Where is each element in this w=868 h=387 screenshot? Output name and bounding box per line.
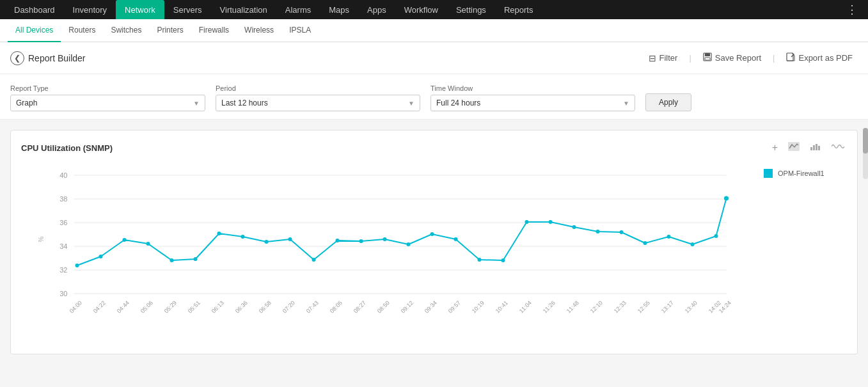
subnav-switches[interactable]: Switches	[103, 19, 149, 42]
nav-dashboard[interactable]: Dashboard	[5, 0, 64, 19]
svg-text:11:48: 11:48	[565, 299, 580, 314]
save-report-label: Save Report	[715, 53, 761, 63]
data-point	[407, 242, 411, 246]
nav-inventory[interactable]: Inventory	[64, 0, 116, 19]
data-point-last	[724, 196, 729, 201]
subnav-firewalls[interactable]: Firewalls	[191, 19, 237, 42]
data-point	[454, 237, 458, 241]
data-point	[430, 232, 434, 236]
subnav-ipsla[interactable]: IPSLA	[281, 19, 319, 42]
filter-icon: ⊟	[649, 53, 656, 63]
legend-label: OPM-Firewall1	[778, 170, 825, 177]
svg-text:12:33: 12:33	[613, 299, 627, 314]
data-point	[75, 264, 79, 267]
svg-text:08:27: 08:27	[352, 299, 367, 314]
svg-text:08:50: 08:50	[376, 299, 391, 314]
svg-rect-6	[810, 147, 812, 150]
page-title: Report Builder	[28, 53, 86, 63]
data-point	[312, 258, 316, 262]
nav-alarms[interactable]: Alarms	[276, 0, 320, 19]
report-type-select[interactable]: Graph ▼	[10, 95, 205, 111]
export-icon	[786, 52, 795, 63]
back-button[interactable]: ❮ Report Builder	[10, 51, 86, 65]
data-point	[265, 240, 269, 244]
separator-1: |	[689, 53, 691, 63]
svg-text:06:13: 06:13	[210, 299, 225, 314]
export-pdf-button[interactable]: Export as PDF	[781, 50, 858, 66]
report-type-arrow: ▼	[193, 100, 200, 107]
time-window-group: Time Window Full 24 hours ▼	[430, 84, 635, 111]
chart-header: CPU Utilization (SNMP) +	[21, 141, 847, 155]
svg-text:12:10: 12:10	[589, 299, 604, 314]
data-point	[478, 258, 482, 262]
chart-svg-wrapper: 40 38 36 34 32 30 %	[21, 162, 754, 344]
svg-rect-9	[818, 146, 820, 150]
data-point	[99, 255, 103, 258]
chart-card: CPU Utilization (SNMP) +	[10, 130, 858, 354]
nav-network[interactable]: Network	[116, 0, 164, 19]
svg-text:34: 34	[59, 242, 67, 250]
wave-chart-icon[interactable]	[829, 141, 847, 155]
svg-text:40: 40	[59, 171, 67, 179]
export-pdf-label: Export as PDF	[798, 53, 853, 63]
data-point	[525, 220, 529, 224]
toolbar: ❮ Report Builder ⊟ Filter | Save Report …	[0, 42, 868, 74]
filter-button[interactable]: ⊟ Filter	[643, 51, 683, 66]
nav-apps[interactable]: Apps	[358, 0, 395, 19]
subnav-wireless[interactable]: Wireless	[237, 19, 281, 42]
svg-text:30: 30	[59, 290, 67, 297]
report-type-group: Report Type Graph ▼	[10, 84, 205, 111]
nav-virtualization[interactable]: Virtualization	[211, 0, 276, 19]
data-point	[123, 238, 127, 242]
line-chart-icon[interactable]	[785, 141, 802, 155]
svg-text:12:55: 12:55	[636, 299, 651, 314]
data-point	[146, 242, 150, 246]
nav-settings[interactable]: Settings	[447, 0, 495, 19]
nav-reports[interactable]: Reports	[495, 0, 542, 19]
svg-rect-3	[787, 53, 793, 61]
chart-actions: +	[769, 141, 847, 155]
data-point	[217, 232, 221, 235]
time-window-select[interactable]: Full 24 hours ▼	[430, 95, 635, 111]
nav-workflow[interactable]: Workflow	[395, 0, 447, 19]
subnav-all-devices[interactable]: All Devices	[8, 19, 61, 42]
svg-text:38: 38	[59, 195, 67, 203]
time-window-label: Time Window	[430, 84, 635, 92]
data-point	[288, 237, 292, 241]
save-report-button[interactable]: Save Report	[698, 50, 766, 66]
svg-text:11:26: 11:26	[542, 299, 556, 314]
time-window-value: Full 24 hours	[436, 99, 480, 107]
svg-rect-8	[816, 144, 817, 150]
svg-text:09:34: 09:34	[423, 299, 438, 314]
data-point	[667, 235, 671, 239]
svg-text:04:44: 04:44	[116, 299, 130, 314]
bar-chart-icon[interactable]	[807, 141, 824, 155]
chart-title: CPU Utilization (SNMP)	[21, 143, 113, 153]
svg-text:13:40: 13:40	[684, 299, 698, 314]
time-window-arrow: ▼	[623, 100, 629, 107]
data-point	[194, 257, 198, 261]
separator-2: |	[773, 53, 775, 63]
subnav-printers[interactable]: Printers	[149, 19, 191, 42]
period-group: Period Last 12 hours ▼	[216, 84, 420, 111]
chart-svg: 40 38 36 34 32 30 %	[21, 162, 754, 342]
data-point	[501, 258, 505, 262]
filter-label: Filter	[659, 53, 678, 63]
svg-text:32: 32	[59, 266, 67, 274]
apply-button[interactable]: Apply	[645, 93, 691, 111]
legend-color-box	[764, 169, 773, 178]
nav-servers[interactable]: Servers	[164, 0, 211, 19]
add-chart-button[interactable]: +	[769, 141, 780, 155]
period-select[interactable]: Last 12 hours ▼	[216, 95, 420, 111]
subnav-routers[interactable]: Routers	[61, 19, 103, 42]
chart-legend: OPM-Firewall1	[764, 162, 847, 344]
period-arrow: ▼	[408, 100, 414, 107]
scrollbar-thumb[interactable]	[863, 128, 868, 154]
svg-text:07:43: 07:43	[305, 299, 320, 314]
svg-text:06:58: 06:58	[258, 299, 272, 314]
svg-text:10:19: 10:19	[471, 299, 485, 314]
nav-maps[interactable]: Maps	[320, 0, 358, 19]
scrollbar-track[interactable]	[863, 128, 868, 179]
data-point	[170, 258, 174, 262]
nav-more-dots[interactable]: ⋮	[841, 3, 863, 17]
